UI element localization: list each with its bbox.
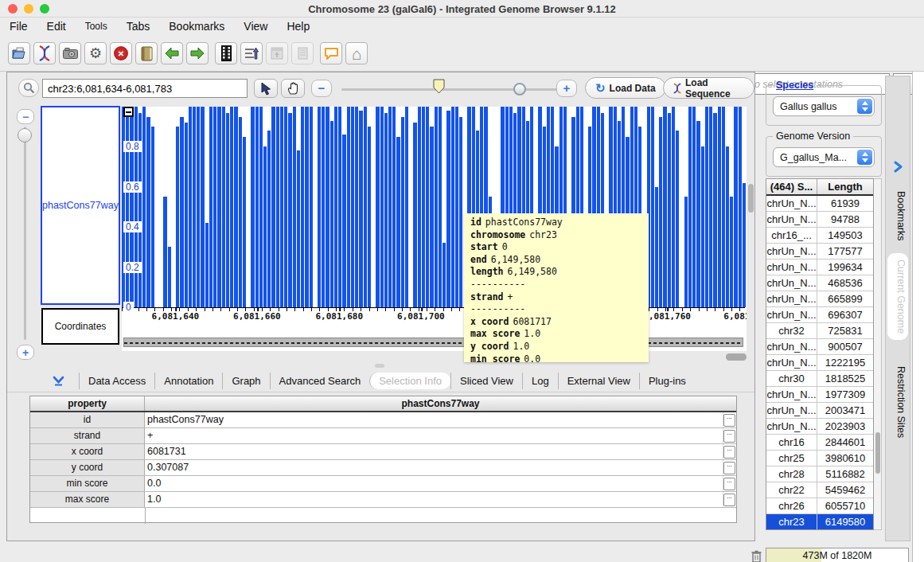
- conservation-bar[interactable]: [239, 117, 242, 307]
- conservation-bar[interactable]: [659, 117, 662, 307]
- conservation-bar[interactable]: [430, 127, 433, 307]
- conservation-bar[interactable]: [422, 107, 425, 307]
- chromosome-row[interactable]: chrUn_N... 665899: [766, 291, 873, 307]
- conservation-bar[interactable]: [401, 117, 404, 307]
- chromosome-row[interactable]: chr28 5116882: [766, 466, 873, 482]
- expand-sidebar-button[interactable]: [889, 158, 906, 175]
- tab[interactable]: Plug-ins: [639, 373, 695, 389]
- conservation-bar[interactable]: [197, 107, 200, 307]
- conservation-bar[interactable]: [663, 107, 666, 307]
- menu-item[interactable]: Help: [287, 20, 310, 33]
- tab[interactable]: External View: [558, 373, 639, 389]
- conservation-bar[interactable]: [185, 123, 188, 307]
- tab[interactable]: Advanced Search: [270, 373, 370, 389]
- trash-icon[interactable]: [751, 550, 762, 562]
- open-file-button[interactable]: [8, 42, 30, 64]
- sequence-strip[interactable]: [123, 338, 743, 347]
- conservation-bar[interactable]: [376, 107, 379, 307]
- more-button[interactable]: ...: [723, 430, 735, 443]
- conservation-bar[interactable]: [234, 107, 237, 307]
- conservation-bar[interactable]: [368, 127, 371, 307]
- chromosome-row[interactable]: chrUn_N... 2023903: [766, 419, 873, 435]
- chromosome-row[interactable]: chr26 6055710: [766, 498, 873, 514]
- chromosome-row[interactable]: chrUn_N... 61939: [766, 196, 873, 212]
- load-sequence-button[interactable]: Load Sequence: [663, 77, 754, 99]
- conservation-bar[interactable]: [392, 107, 396, 307]
- menu-item[interactable]: File: [10, 20, 28, 33]
- conservation-bar[interactable]: [413, 123, 416, 307]
- conservation-bar[interactable]: [259, 107, 263, 307]
- chromosome-row[interactable]: chrUn_N... 468536: [766, 275, 873, 291]
- conservation-bar[interactable]: [297, 150, 300, 307]
- property-value[interactable]: phastCons77way: [145, 412, 723, 427]
- chromosome-row[interactable]: chr30 1818525: [766, 371, 873, 387]
- chromosome-row[interactable]: chr16_... 149503: [766, 228, 873, 244]
- species-dropdown[interactable]: Gallus gallus: [773, 96, 875, 116]
- conservation-bar[interactable]: [209, 107, 212, 307]
- pan-tool-button[interactable]: [281, 79, 305, 98]
- help-button[interactable]: [135, 42, 158, 64]
- dna-button[interactable]: [33, 42, 56, 64]
- back-button[interactable]: [161, 42, 183, 64]
- tab[interactable]: Sliced View: [450, 373, 522, 389]
- conservation-bar[interactable]: [455, 107, 458, 307]
- conservation-bar[interactable]: [359, 111, 362, 307]
- conservation-bar[interactable]: [318, 107, 321, 307]
- conservation-bar[interactable]: [718, 107, 721, 307]
- conservation-bar[interactable]: [726, 146, 729, 307]
- conservation-bar[interactable]: [384, 113, 388, 307]
- conservation-bar[interactable]: [305, 107, 308, 307]
- conservation-bar[interactable]: [193, 107, 196, 307]
- zoom-in-button[interactable]: +: [556, 80, 577, 97]
- conservation-bar[interactable]: [347, 107, 350, 307]
- conservation-bar[interactable]: [426, 107, 429, 307]
- conservation-bar[interactable]: [439, 107, 442, 307]
- feedback-button[interactable]: [320, 42, 342, 64]
- conservation-bar[interactable]: [684, 197, 688, 307]
- conservation-bar[interactable]: [734, 107, 737, 307]
- tab[interactable]: Graph: [222, 373, 269, 389]
- vertical-tab[interactable]: Bookmarks: [887, 185, 908, 248]
- coordinate-input[interactable]: [42, 79, 248, 98]
- vertical-zoom-out-button[interactable]: −: [17, 109, 34, 124]
- conservation-bar[interactable]: [713, 113, 716, 307]
- collapse-track-icon[interactable]: [123, 107, 134, 117]
- chromosome-row[interactable]: chr22 5459462: [766, 482, 873, 498]
- vertical-zoom-in-button[interactable]: +: [17, 345, 34, 360]
- conservation-bar[interactable]: [226, 113, 229, 307]
- chromosome-row[interactable]: chrUn_N... 177577: [766, 244, 873, 260]
- conservation-bar[interactable]: [276, 107, 279, 307]
- conservation-bar[interactable]: [284, 107, 287, 307]
- chromosome-row[interactable]: chrUn_N... 1977309: [766, 387, 873, 403]
- conservation-bar[interactable]: [267, 131, 271, 307]
- conservation-bar[interactable]: [151, 127, 154, 307]
- conservation-bar[interactable]: [310, 107, 313, 307]
- chromosome-row[interactable]: chr25 3980610: [766, 451, 873, 466]
- conservation-bar[interactable]: [288, 113, 291, 307]
- conservation-bar[interactable]: [696, 121, 700, 307]
- genome-version-dropdown[interactable]: G_gallus_Ma...: [773, 147, 875, 167]
- tab[interactable]: Data Access: [79, 373, 154, 389]
- track-label-box[interactable]: phastCons77way: [41, 106, 120, 305]
- conservation-bar[interactable]: [176, 127, 179, 307]
- conservation-bar[interactable]: [730, 197, 733, 307]
- conservation-bar[interactable]: [213, 107, 216, 307]
- preferences-button[interactable]: ⚙: [84, 42, 107, 64]
- conservation-bar[interactable]: [668, 113, 671, 307]
- conservation-bar[interactable]: [692, 107, 696, 307]
- more-button[interactable]: ...: [723, 446, 735, 459]
- chromosome-row[interactable]: chr16 2844601: [766, 435, 873, 451]
- conservation-bar[interactable]: [251, 107, 254, 307]
- conservation-bar[interactable]: [676, 131, 679, 307]
- conservation-bar[interactable]: [351, 107, 354, 307]
- conservation-bar[interactable]: [322, 107, 325, 307]
- conservation-bar[interactable]: [651, 107, 654, 307]
- conservation-bar[interactable]: [396, 137, 400, 307]
- conservation-bar[interactable]: [435, 107, 438, 307]
- conservation-bar[interactable]: [388, 107, 392, 307]
- chromosome-row[interactable]: chrUn_N... 94788: [766, 212, 873, 228]
- chromosome-row[interactable]: chrUn_N... 900507: [766, 339, 873, 355]
- conservation-bar[interactable]: [418, 107, 421, 307]
- conservation-bar[interactable]: [672, 107, 675, 307]
- tab[interactable]: Log: [522, 373, 558, 389]
